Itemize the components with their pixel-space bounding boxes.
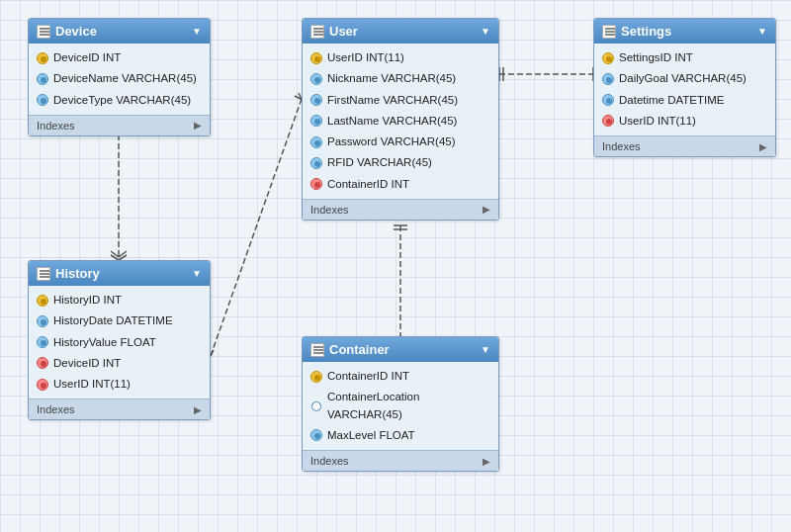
container-table-header[interactable]: Container ▼ — [303, 337, 498, 362]
device-table-header[interactable]: Device ▼ — [29, 19, 210, 44]
field-text: DeviceID INT — [53, 355, 121, 372]
container-dropdown-arrow[interactable]: ▼ — [481, 344, 490, 355]
fk-icon — [310, 178, 322, 190]
user-table-header[interactable]: User ▼ — [303, 19, 498, 44]
field-row: UserID INT(11) — [29, 374, 210, 395]
field-row: UserID INT(11) — [303, 47, 498, 68]
indexes-label: Indexes — [602, 140, 641, 152]
field-row: DeviceID INT — [29, 353, 210, 374]
field-text: DeviceID INT — [53, 49, 121, 66]
pk-icon — [310, 52, 322, 64]
history-table-title: History — [55, 266, 100, 281]
user-dropdown-arrow[interactable]: ▼ — [481, 26, 490, 37]
field-row: DeviceID INT — [29, 47, 210, 68]
container-indexes[interactable]: Indexes ▶ — [303, 450, 498, 471]
svg-line-9 — [211, 350, 214, 356]
settings-fields: SettingsID INT DailyGoal VARCHAR(45) Dat… — [594, 44, 775, 135]
field-row: DailyGoal VARCHAR(45) — [594, 68, 775, 89]
device-fields: DeviceID INT DeviceName VARCHAR(45) Devi… — [29, 44, 210, 115]
diamond-icon — [309, 399, 323, 412]
indexes-arrow: ▶ — [194, 120, 202, 131]
user-table-icon — [310, 25, 324, 39]
pk-icon — [310, 371, 322, 383]
field-row: ContainerID INT — [303, 174, 498, 195]
device-indexes[interactable]: Indexes ▶ — [29, 115, 210, 135]
history-table: History ▼ HistoryID INT HistoryDate DATE… — [28, 260, 211, 420]
field-text: MaxLevel FLOAT — [327, 427, 415, 444]
regular-icon — [602, 73, 614, 85]
pk-icon — [602, 52, 614, 64]
field-text: UserID INT(11) — [327, 49, 404, 66]
indexes-arrow: ▶ — [483, 204, 490, 215]
field-row: Datetime DATETIME — [594, 90, 775, 111]
field-row: DeviceName VARCHAR(45) — [29, 68, 210, 89]
field-text: Datetime DATETIME — [619, 92, 725, 109]
history-table-header[interactable]: History ▼ — [29, 261, 210, 286]
field-text: DailyGoal VARCHAR(45) — [619, 70, 747, 87]
device-dropdown-arrow[interactable]: ▼ — [192, 26, 202, 37]
regular-icon — [310, 429, 322, 441]
container-table-icon — [310, 343, 324, 357]
indexes-arrow: ▶ — [759, 141, 767, 152]
svg-line-7 — [211, 99, 302, 356]
svg-line-3 — [111, 251, 119, 257]
indexes-label: Indexes — [37, 120, 75, 132]
regular-icon — [602, 94, 614, 106]
field-text: DeviceName VARCHAR(45) — [53, 70, 197, 87]
svg-line-4 — [119, 251, 127, 257]
history-indexes[interactable]: Indexes ▶ — [29, 399, 210, 419]
regular-icon — [310, 94, 322, 106]
device-table: Device ▼ DeviceID INT DeviceName VARCHAR… — [28, 18, 211, 136]
history-fields: HistoryID INT HistoryDate DATETIME Histo… — [29, 286, 210, 399]
field-row: MaxLevel FLOAT — [303, 425, 498, 446]
container-table-title: Container — [329, 342, 390, 357]
fk-icon — [37, 379, 48, 391]
device-table-icon — [37, 25, 50, 39]
regular-icon — [310, 136, 322, 148]
regular-icon — [37, 315, 48, 327]
container-fields: ContainerID INT ContainerLocation VARCHA… — [303, 362, 498, 450]
field-text: LastName VARCHAR(45) — [327, 113, 457, 130]
field-row: FirstName VARCHAR(45) — [303, 90, 498, 111]
settings-indexes[interactable]: Indexes ▶ — [594, 135, 775, 156]
settings-dropdown-arrow[interactable]: ▼ — [757, 26, 767, 37]
field-text: ContainerLocation VARCHAR(45) — [327, 389, 490, 423]
regular-icon — [310, 115, 322, 127]
field-row: ContainerID INT — [303, 366, 498, 387]
field-text: HistoryDate DATETIME — [53, 312, 173, 329]
field-text: HistoryValue FLOAT — [53, 334, 156, 351]
fk-icon — [37, 357, 48, 369]
history-dropdown-arrow[interactable]: ▼ — [192, 268, 202, 279]
regular-icon — [310, 157, 322, 169]
field-row: UserID INT(11) — [594, 111, 775, 132]
regular-icon — [310, 73, 322, 85]
indexes-arrow: ▶ — [194, 404, 202, 415]
field-row: SettingsID INT — [594, 47, 775, 68]
field-text: UserID INT(11) — [53, 376, 131, 393]
settings-table: Settings ▼ SettingsID INT DailyGoal VARC… — [593, 18, 776, 157]
indexes-label: Indexes — [310, 455, 349, 467]
field-text: FirstName VARCHAR(45) — [327, 92, 458, 109]
user-table-title: User — [329, 24, 358, 39]
field-text: HistoryID INT — [53, 292, 122, 309]
field-text: ContainerID INT — [327, 176, 409, 193]
field-text: ContainerID INT — [327, 368, 409, 385]
field-row: DeviceType VARCHAR(45) — [29, 90, 210, 111]
field-row: Password VARCHAR(45) — [303, 132, 498, 152]
settings-table-header[interactable]: Settings ▼ — [594, 19, 775, 44]
settings-table-title: Settings — [621, 24, 671, 39]
regular-icon — [37, 94, 48, 106]
field-text: Password VARCHAR(45) — [327, 133, 456, 150]
history-table-icon — [37, 267, 50, 281]
field-row: HistoryDate DATETIME — [29, 310, 210, 331]
indexes-label: Indexes — [37, 403, 75, 415]
field-row: HistoryValue FLOAT — [29, 332, 210, 353]
user-table: User ▼ UserID INT(11) Nickname VARCHAR(4… — [302, 18, 499, 221]
user-indexes[interactable]: Indexes ▶ — [303, 199, 498, 220]
container-table: Container ▼ ContainerID INT ContainerLoc… — [302, 336, 499, 472]
field-row: HistoryID INT — [29, 290, 210, 310]
fk-icon — [602, 115, 614, 127]
field-row: LastName VARCHAR(45) — [303, 111, 498, 132]
field-text: SettingsID INT — [619, 49, 693, 66]
pk-icon — [37, 52, 48, 64]
